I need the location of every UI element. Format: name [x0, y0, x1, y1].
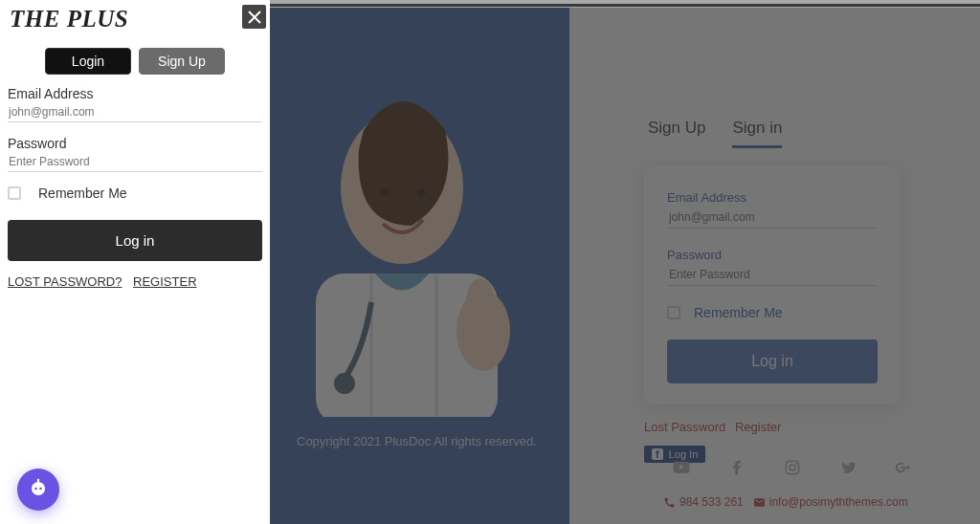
panel-tab-signup[interactable]: Sign Up	[139, 48, 225, 75]
svg-point-11	[32, 482, 45, 495]
chat-fab[interactable]	[17, 469, 59, 511]
login-panel: THE PLUS Login Sign Up Email Address Pas…	[0, 0, 270, 524]
panel-lost-password-link[interactable]: LOST PASSWORD?	[8, 274, 122, 289]
panel-email-row: Email Address	[8, 86, 262, 122]
panel-password-field[interactable]	[8, 152, 262, 172]
chatbot-icon	[27, 478, 50, 501]
panel-register-link[interactable]: REGISTER	[133, 274, 196, 289]
svg-point-15	[37, 479, 40, 482]
close-button[interactable]	[242, 5, 266, 29]
panel-remember-label: Remember Me	[38, 186, 127, 201]
panel-password-label: Password	[8, 136, 262, 151]
svg-point-12	[34, 488, 37, 491]
panel-tabs: Login Sign Up	[8, 48, 262, 75]
panel-login-button[interactable]: Log in	[8, 220, 262, 261]
brand-logo: THE PLUS	[0, 0, 270, 33]
panel-password-row: Password	[8, 136, 262, 172]
panel-remember-row: Remember Me	[8, 186, 262, 201]
panel-links: LOST PASSWORD? REGISTER	[8, 274, 262, 289]
panel-body: Login Sign Up Email Address Password Rem…	[0, 33, 270, 289]
panel-remember-checkbox[interactable]	[8, 186, 21, 200]
close-icon	[248, 11, 261, 24]
panel-email-field[interactable]	[8, 102, 262, 122]
svg-point-13	[39, 488, 42, 491]
panel-email-label: Email Address	[8, 86, 262, 101]
panel-tab-login[interactable]: Login	[45, 48, 131, 75]
